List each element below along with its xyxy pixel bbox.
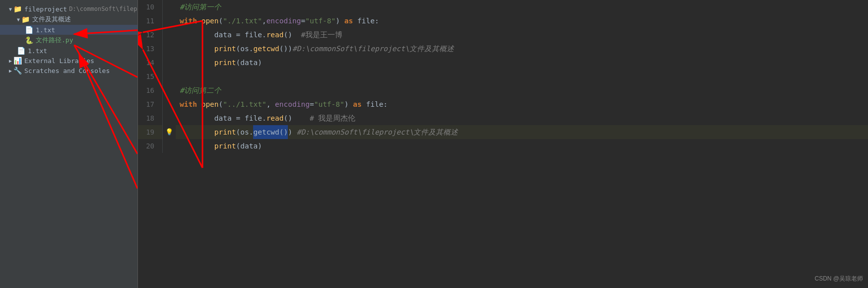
indent-13 [180, 42, 214, 56]
line-content-18: data = file.read() # 我是周杰伦 [176, 111, 868, 125]
line-gutter-14 [163, 56, 176, 70]
fn-print-20: print [214, 139, 236, 153]
sidebar-item-1txt-root[interactable]: 📄 1.txt [0, 46, 137, 56]
code-line-18: 18 data = file.read() # 我是周杰伦 [138, 111, 868, 125]
eq-1: = [301, 14, 305, 28]
sidebar-item-folder-wenjian[interactable]: ▼ 📁 文件及其概述 [0, 14, 137, 25]
eq-2: = [310, 97, 314, 111]
line-number-18: 18 [138, 111, 163, 125]
code-line-15: 15 [138, 70, 868, 83]
line-content-11: with open("./1.txt",encoding="utf-8") as… [176, 14, 868, 28]
fn-read-12: read [267, 28, 284, 42]
line-content-10: #访问第一个 [176, 0, 868, 14]
kw-as-2: as [353, 97, 366, 111]
sidebar-item-scratches[interactable]: ▶ 🔧 Scratches and Consoles [0, 66, 137, 75]
sidebar-external-lib-label: External Libraries [24, 57, 94, 65]
param-encoding-1: encoding [267, 14, 301, 28]
code-line-11: 11 with open("./1.txt",encoding="utf-8")… [138, 14, 868, 28]
line-gutter-20 [163, 139, 176, 153]
paren-open-1: ( [219, 14, 223, 28]
paren-20: (data) [236, 139, 262, 153]
fn-read-18: read [267, 111, 284, 125]
var-data-18: data [214, 111, 236, 125]
line-gutter-19: 💡 [163, 125, 176, 139]
line-number-16: 16 [138, 83, 163, 97]
expand-arrow-icon: ▼ [9, 6, 12, 12]
comment-18: # 我是周杰伦 [310, 111, 355, 125]
os-13: os. [240, 42, 253, 56]
comment-visit-first: #访问第一个 [180, 0, 221, 14]
paren-open-2: ( [219, 97, 223, 111]
fn-getcwd-13: getcwd [253, 42, 279, 56]
code-line-13: 13 print(os.getcwd())#D:\commonSoft\file… [138, 42, 868, 56]
paren-14: (data) [236, 56, 262, 70]
line-number-11: 11 [138, 14, 163, 28]
sidebar-1txt-label: 1.txt [36, 26, 55, 34]
eq-12: = [236, 28, 245, 42]
sidebar-wenjingpy-label: 文件路径.py [36, 36, 73, 45]
file-read-18: file. [245, 111, 267, 125]
sidebar-scratches-label: Scratches and Consoles [24, 67, 110, 74]
parens-18: () [284, 111, 310, 125]
fn-getcwd-19: getcwd() [253, 125, 288, 139]
comment-12: #我是王一博 [301, 28, 342, 42]
code-line-16: 16 #访问第二个 [138, 83, 868, 97]
line-content-13: print(os.getcwd())#D:\commonSoft\filepro… [176, 42, 868, 56]
line-content-16: #访问第二个 [176, 83, 868, 97]
file-read-12: file. [245, 28, 267, 42]
paren-13b: ()) [279, 42, 292, 56]
line-number-20: 20 [138, 139, 163, 153]
fn-print-19: print [214, 125, 236, 139]
sidebar-project-name: fileproject [24, 5, 67, 13]
str-path-1: "./1.txt" [223, 14, 262, 28]
fn-print-14: print [214, 56, 236, 70]
sidebar-item-wenjingpy[interactable]: 🐍 文件路径.py [0, 35, 137, 46]
kw-with-2: with [180, 97, 201, 111]
indent-18 [180, 111, 214, 125]
comma-1: , [262, 14, 267, 28]
line-gutter-10 [163, 0, 176, 14]
paren-close-1: ) [335, 14, 344, 28]
paren-13a: ( [236, 42, 241, 56]
expand-scratches-icon: ▶ [9, 68, 12, 73]
code-line-20: 20 print(data) [138, 139, 868, 153]
line-gutter-12 [163, 28, 176, 42]
paren-19a: ( [236, 125, 241, 139]
line-gutter-15 [163, 70, 176, 83]
sidebar-item-external-lib[interactable]: ▶ 📊 External Libraries [0, 56, 137, 66]
code-line-17: 17 with open("../1.txt", encoding="utf-8… [138, 97, 868, 111]
os-19: os. [240, 125, 253, 139]
sidebar-item-1txt[interactable]: 📄 1.txt [0, 25, 137, 35]
subfolder-icon: 📁 [21, 15, 30, 23]
expand-arrow-folder-icon: ▼ [17, 17, 20, 22]
comment-path-13: #D:\commonSoft\fileproject\文件及其概述 [292, 42, 454, 56]
sidebar-1txt-root-label: 1.txt [28, 47, 47, 55]
var-data-12: data [214, 28, 236, 42]
txt-file-icon: 📄 [25, 26, 33, 34]
comma-2: , [267, 97, 275, 111]
code-line-14: 14 print(data) [138, 56, 868, 70]
line-content-14: print(data) [176, 56, 868, 70]
str-utf8-1: "utf-8" [305, 14, 335, 28]
line-number-14: 14 [138, 56, 163, 70]
line-gutter-18 [163, 111, 176, 125]
str-path-2: "../1.txt" [223, 97, 266, 111]
expand-lib-icon: ▶ [9, 58, 12, 64]
str-utf8-2: "utf-8" [314, 97, 344, 111]
folder-icon: 📁 [13, 5, 22, 13]
var-file-2: file: [366, 97, 388, 111]
kw-as-1: as [344, 14, 357, 28]
paren-close-2: ) [344, 97, 353, 111]
paren-19b: ) [288, 125, 292, 139]
indent-20 [180, 139, 214, 153]
param-encoding-2: encoding [275, 97, 310, 111]
sidebar-item-fileproject[interactable]: ▼ 📁 fileproject D:\commonSoft\fileproj..… [0, 4, 137, 14]
py-file-icon: 🐍 [25, 36, 33, 44]
parens-12: () [284, 28, 301, 42]
var-file-1: file: [357, 14, 379, 28]
line-gutter-13 [163, 42, 176, 56]
line-gutter-17 [163, 97, 176, 111]
line-number-10: 10 [138, 0, 163, 14]
line-gutter-11 [163, 14, 176, 28]
comment-visit-second: #访问第二个 [180, 83, 221, 97]
